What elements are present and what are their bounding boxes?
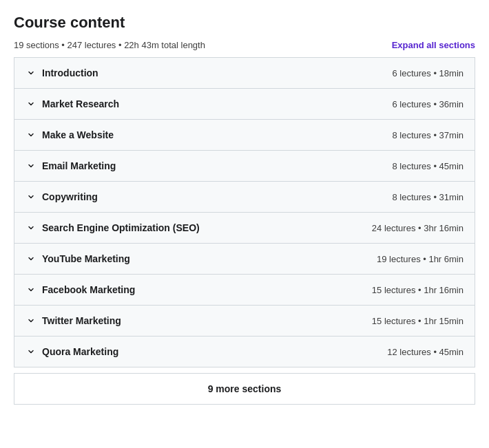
chevron-down-icon bbox=[25, 100, 37, 107]
section-left: Email Marketing bbox=[25, 160, 116, 171]
section-row[interactable]: Introduction6 lectures • 18min bbox=[14, 58, 475, 89]
section-meta: 8 lectures • 31min bbox=[392, 192, 464, 202]
chevron-down-icon bbox=[25, 317, 37, 324]
section-meta: 6 lectures • 36min bbox=[392, 99, 464, 109]
section-title: Email Marketing bbox=[42, 160, 116, 171]
section-title: Quora Marketing bbox=[42, 346, 118, 357]
section-title: Facebook Marketing bbox=[42, 284, 135, 295]
section-title: Search Engine Optimization (SEO) bbox=[42, 222, 200, 233]
section-left: Make a Website bbox=[25, 129, 114, 140]
section-row[interactable]: Make a Website8 lectures • 37min bbox=[14, 120, 475, 151]
section-row[interactable]: Market Research6 lectures • 36min bbox=[14, 89, 475, 120]
section-row[interactable]: Search Engine Optimization (SEO)24 lectu… bbox=[14, 213, 475, 244]
section-left: Copywriting bbox=[25, 191, 98, 202]
section-title: YouTube Marketing bbox=[42, 253, 130, 264]
section-left: Market Research bbox=[25, 98, 119, 109]
section-title: Introduction bbox=[42, 67, 98, 78]
section-meta: 8 lectures • 45min bbox=[392, 161, 464, 171]
more-sections-button[interactable]: 9 more sections bbox=[14, 373, 475, 405]
chevron-down-icon bbox=[25, 348, 37, 355]
chevron-down-icon bbox=[25, 224, 37, 231]
chevron-down-icon bbox=[25, 286, 37, 293]
course-meta: 19 sections • 247 lectures • 22h 43m tot… bbox=[14, 40, 205, 50]
section-meta: 12 lectures • 45min bbox=[387, 347, 464, 357]
section-left: Introduction bbox=[25, 67, 98, 78]
section-title: Make a Website bbox=[42, 129, 114, 140]
section-meta: 24 lectures • 3hr 16min bbox=[372, 223, 464, 233]
section-row[interactable]: Copywriting8 lectures • 31min bbox=[14, 182, 475, 213]
section-left: Facebook Marketing bbox=[25, 284, 135, 295]
section-row[interactable]: Facebook Marketing15 lectures • 1hr 16mi… bbox=[14, 275, 475, 306]
section-meta: 6 lectures • 18min bbox=[392, 68, 464, 78]
section-left: Search Engine Optimization (SEO) bbox=[25, 222, 200, 233]
expand-all-link[interactable]: Expand all sections bbox=[392, 40, 475, 50]
section-left: YouTube Marketing bbox=[25, 253, 130, 264]
chevron-down-icon bbox=[25, 193, 37, 200]
section-meta: 15 lectures • 1hr 15min bbox=[372, 316, 464, 326]
chevron-down-icon bbox=[25, 131, 37, 138]
meta-row: 19 sections • 247 lectures • 22h 43m tot… bbox=[14, 40, 475, 50]
section-title: Copywriting bbox=[42, 191, 98, 202]
section-row[interactable]: Email Marketing8 lectures • 45min bbox=[14, 151, 475, 182]
section-title: Twitter Marketing bbox=[42, 315, 121, 326]
course-content-panel: Course content 19 sections • 247 lecture… bbox=[14, 14, 475, 405]
section-row[interactable]: Quora Marketing12 lectures • 45min bbox=[14, 337, 475, 367]
section-meta: 15 lectures • 1hr 16min bbox=[372, 285, 464, 295]
sections-list: Introduction6 lectures • 18min Market Re… bbox=[14, 57, 475, 367]
chevron-down-icon bbox=[25, 70, 37, 76]
section-meta: 8 lectures • 37min bbox=[392, 130, 464, 140]
section-row[interactable]: Twitter Marketing15 lectures • 1hr 15min bbox=[14, 306, 475, 337]
section-meta: 19 lectures • 1hr 6min bbox=[377, 254, 464, 264]
chevron-down-icon bbox=[25, 162, 37, 169]
section-title: Market Research bbox=[42, 98, 119, 109]
section-left: Twitter Marketing bbox=[25, 315, 121, 326]
page-title: Course content bbox=[14, 14, 475, 32]
chevron-down-icon bbox=[25, 255, 37, 262]
section-row[interactable]: YouTube Marketing19 lectures • 1hr 6min bbox=[14, 244, 475, 275]
section-left: Quora Marketing bbox=[25, 346, 118, 357]
